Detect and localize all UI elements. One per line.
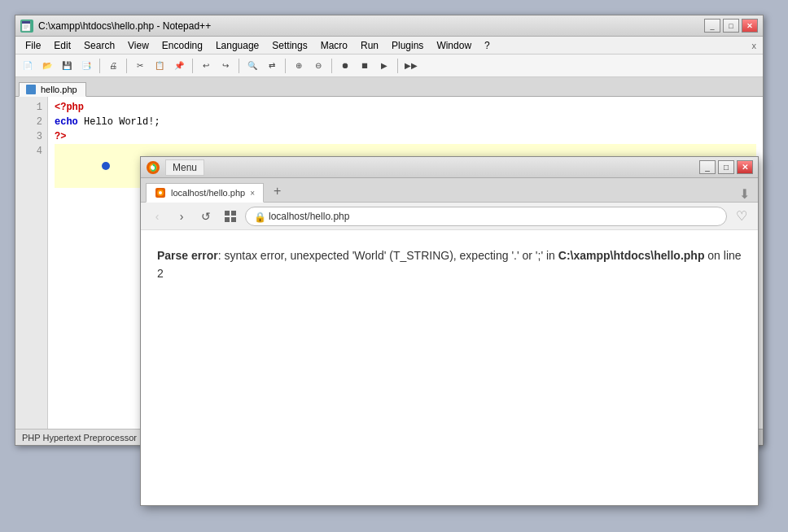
svg-rect-11: [225, 211, 230, 216]
browser-downloads-icon[interactable]: ⬇: [739, 186, 753, 202]
toolbar-undo[interactable]: ↩: [197, 57, 215, 75]
toolbar-sep2: [126, 59, 127, 73]
menu-file[interactable]: File: [19, 38, 47, 53]
browser-tab-hello[interactable]: localhost/hello.php ×: [146, 183, 264, 203]
svg-rect-14: [231, 217, 236, 222]
line-number-3: 3: [20, 129, 42, 144]
url-text: localhost/hello.php: [269, 211, 349, 222]
svg-rect-1: [22, 21, 30, 24]
notepad-minimize-button[interactable]: _: [704, 19, 720, 33]
menu-help[interactable]: ?: [478, 38, 497, 53]
browser-navbar: ‹ › ↺ 🔒 localhost/hello.php ♡: [141, 203, 758, 230]
menu-language[interactable]: Language: [209, 38, 265, 53]
menu-macro[interactable]: Macro: [314, 38, 354, 53]
php-file-icon: [26, 85, 36, 94]
browser-minimize-button[interactable]: _: [699, 160, 716, 174]
code-line-3: ?>: [55, 129, 756, 144]
notepad-restore-button[interactable]: □: [723, 19, 739, 33]
browser-favorite-button[interactable]: ♡: [732, 207, 751, 226]
toolbar-print[interactable]: 🖨: [104, 57, 122, 75]
toolbar-macro-stop[interactable]: ⏹: [356, 57, 374, 75]
menu-search[interactable]: Search: [77, 38, 121, 53]
toolbar-sep4: [239, 59, 239, 73]
browser-window-buttons: _ □ ✕: [699, 160, 753, 174]
menu-plugins[interactable]: Plugins: [385, 38, 430, 53]
browser-menu-button[interactable]: Menu: [165, 159, 204, 176]
toolbar-copy[interactable]: 📋: [151, 57, 169, 75]
toolbar-macro-rec[interactable]: ⏺: [336, 57, 354, 75]
browser-window: Menu _ □ ✕ localhost/hello.php × + ⬇ ‹ ›…: [140, 156, 759, 506]
browser-reload-button[interactable]: ↺: [196, 207, 216, 226]
browser-restore-button[interactable]: □: [718, 160, 734, 174]
toolbar-paste[interactable]: 📌: [170, 57, 188, 75]
browser-tab-close-button[interactable]: ×: [250, 189, 255, 198]
toolbar-save-all[interactable]: 📑: [77, 57, 95, 75]
notepad-menubar: File Edit Search View Encoding Language …: [15, 37, 763, 55]
notepad-window-buttons: _ □ ✕: [704, 19, 758, 33]
svg-rect-12: [231, 211, 236, 216]
code-line-1: <?php: [55, 100, 756, 115]
toolbar-new[interactable]: 📄: [19, 57, 37, 75]
browser-tabbar: localhost/hello.php × + ⬇: [141, 178, 758, 203]
menu-window[interactable]: Window: [430, 38, 478, 53]
toolbar-sep5: [285, 59, 286, 73]
notepad-title: C:\xampp\htdocs\hello.php - Notepad++: [38, 20, 704, 32]
toolbar-redo[interactable]: ↪: [217, 57, 234, 75]
toolbar-zoom-in[interactable]: ⊕: [290, 57, 308, 75]
menubar-close[interactable]: x: [752, 41, 760, 50]
toolbar-run[interactable]: ▶▶: [402, 57, 420, 75]
notepad-tabbar: hello.php: [15, 77, 763, 97]
menu-edit[interactable]: Edit: [47, 38, 77, 53]
statusbar-text: PHP Hypertext Preprocessor: [22, 433, 137, 443]
code-line-2: echo Hello World!;: [55, 115, 756, 129]
browser-forward-button[interactable]: ›: [172, 207, 191, 226]
browser-back-button[interactable]: ‹: [147, 207, 167, 226]
toolbar-sep1: [99, 59, 100, 73]
menu-settings[interactable]: Settings: [265, 38, 313, 53]
browser-url-bar[interactable]: 🔒 localhost/hello.php: [245, 207, 727, 226]
php-error-message: Parse error: syntax error, unexpected 'W…: [157, 246, 742, 283]
firefox-icon: [146, 160, 160, 175]
browser-grid-button[interactable]: [221, 207, 240, 226]
toolbar-macro-play[interactable]: ▶: [375, 57, 393, 75]
notepad-toolbar: 📄 📂 💾 📑 🖨 ✂ 📋 📌 ↩ ↪ 🔍 ⇄ ⊕ ⊖ ⏺ ⏹ ▶ ▶▶: [15, 55, 763, 77]
line-number-2: 2: [20, 115, 42, 129]
notepad-tab-hello[interactable]: hello.php: [19, 82, 86, 97]
toolbar-cut[interactable]: ✂: [131, 57, 149, 75]
notepad-close-button[interactable]: ✕: [742, 19, 758, 33]
browser-tab-label: localhost/hello.php: [171, 188, 245, 198]
toolbar-open[interactable]: 📂: [38, 57, 56, 75]
toolbar-save[interactable]: 💾: [58, 57, 76, 75]
toolbar-sep7: [397, 59, 398, 73]
menu-run[interactable]: Run: [354, 38, 385, 53]
browser-new-tab-button[interactable]: +: [267, 181, 287, 202]
svg-rect-13: [225, 217, 230, 222]
browser-titlebar: Menu _ □ ✕: [141, 157, 758, 178]
toolbar-sep6: [331, 59, 332, 73]
line-number-4: 4: [20, 144, 42, 159]
line-number-1: 1: [20, 100, 42, 115]
firefox-tab-icon: [155, 187, 166, 198]
notepad-icon: [20, 20, 33, 33]
line-numbers: 1 2 3 4: [15, 97, 48, 429]
toolbar-zoom-out[interactable]: ⊖: [309, 57, 327, 75]
toolbar-replace[interactable]: ⇄: [263, 57, 281, 75]
url-security-icon: 🔒: [254, 211, 264, 221]
menu-view[interactable]: View: [121, 38, 155, 53]
toolbar-find[interactable]: 🔍: [243, 57, 261, 75]
browser-close-button[interactable]: ✕: [737, 160, 753, 174]
tab-label: hello.php: [41, 85, 77, 94]
browser-content: Parse error: syntax error, unexpected 'W…: [141, 230, 758, 505]
toolbar-sep3: [192, 59, 193, 73]
svg-point-10: [159, 191, 162, 194]
menu-encoding[interactable]: Encoding: [155, 38, 209, 53]
notepad-titlebar: C:\xampp\htdocs\hello.php - Notepad++ _ …: [15, 15, 763, 37]
